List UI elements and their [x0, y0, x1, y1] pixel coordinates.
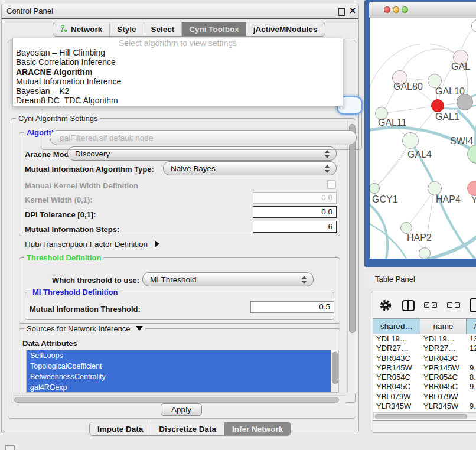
list-item[interactable]: gal4RGexp [27, 382, 331, 393]
mac-minimize-icon[interactable] [393, 6, 399, 13]
mac-close-icon[interactable] [384, 6, 390, 13]
table-cell: 13 [467, 334, 476, 344]
table-cell: YBR045C [373, 382, 420, 392]
network-node-label: GAL11 [378, 118, 407, 128]
table-row[interactable]: YDR27…YDR27…12 [373, 344, 476, 353]
scrollbar-thumb[interactable] [332, 352, 338, 384]
tab-label: Cyni Toolbox [189, 25, 239, 34]
mi-threshold-label: Mutual Information Threshold: [30, 305, 141, 314]
table-horizontal-scrollbar[interactable] [373, 412, 476, 419]
network-window-titlebar[interactable] [369, 2, 476, 18]
tab-label: Impute Data [97, 425, 143, 433]
list-item[interactable]: TopologicalCoefficient [27, 361, 331, 371]
scrollbar-thumb[interactable] [14, 397, 339, 403]
table-row[interactable]: YER054CYER054C8. [373, 373, 476, 382]
settings-horizontal-scrollbar[interactable] [13, 395, 346, 403]
mac-zoom-icon[interactable] [402, 6, 408, 13]
table-row[interactable]: YBR043CYBR043C [373, 354, 476, 363]
column-header-partial[interactable]: A [467, 319, 476, 334]
control-panel-titlebar[interactable]: Control Panel ✕ [2, 4, 358, 19]
column-header-shared-name[interactable]: shared… [373, 319, 420, 334]
table-row[interactable]: YLR345WYLR345W9. [373, 402, 476, 411]
tab-label: Select [151, 25, 175, 34]
mi-steps-label: Mutual Information Steps: [25, 225, 119, 234]
mi-threshold-input[interactable]: 0.5 [250, 301, 334, 313]
dropdown-item[interactable]: Dream8 DC_TDC Algorithm [13, 96, 343, 105]
apply-button[interactable]: Apply [161, 403, 202, 416]
kernel-width-input[interactable]: 0.0 [253, 192, 337, 204]
algorithm-dropdown-popup: Select algorithm to view settings Bayesi… [12, 38, 343, 106]
tab-label: jActiveMNodules [253, 25, 318, 34]
network-node-label: GAL1 [435, 112, 459, 122]
table-row[interactable]: YBR045CYBR045C9. [373, 382, 476, 392]
table-row[interactable]: YPR145WYPR145W9. [373, 363, 476, 373]
sources-expander[interactable]: Sources for Network Inference [24, 324, 145, 333]
data-attributes-list[interactable]: SelfLoops TopologicalCoefficient Between… [26, 350, 339, 393]
table-cell: YER054C [373, 373, 420, 382]
network-node-label: GAL [451, 61, 470, 72]
document-icon[interactable] [470, 298, 476, 312]
network-node-label: GCY1 [372, 194, 398, 205]
network-node[interactable] [428, 181, 442, 195]
list-scrollbar[interactable] [331, 351, 338, 392]
table-cell: YBR043C [373, 354, 420, 363]
dropdown-item[interactable]: Bayesian – K2 [13, 86, 343, 96]
network-node[interactable] [471, 19, 476, 32]
table-cell: YDL19… [420, 334, 467, 344]
scrollbar-thumb[interactable] [349, 124, 356, 333]
network-node-label: HAP2 [407, 233, 432, 243]
network-canvas[interactable]: GALGAL80GAL10GAL1GAL11SWI4GAL4GCY1HAP4YH… [370, 18, 476, 259]
mi-algorithm-type-combobox[interactable]: Naive Bayes [163, 161, 337, 175]
network-node[interactable] [400, 222, 412, 234]
tab-jactivemnodules[interactable]: jActiveMNodules [246, 22, 325, 36]
tab-cyni-toolbox[interactable]: Cyni Toolbox [182, 22, 246, 36]
dpi-tolerance-input[interactable]: 0.0 [253, 206, 337, 218]
dropdown-item[interactable]: Mutual Information Inference [13, 77, 343, 86]
table-panel-header[interactable]: Table Panel [364, 270, 476, 288]
network-node[interactable] [431, 99, 444, 112]
table-row[interactable]: YDL19…YDL19…13 [373, 334, 476, 344]
minimized-panel-icon[interactable] [5, 445, 15, 450]
dropdown-item[interactable]: Basic Correlation Inference [13, 57, 343, 67]
list-item[interactable]: SelfLoops [27, 350, 331, 361]
network-node[interactable] [457, 94, 473, 110]
dropdown-placeholder: Select algorithm to view settings [13, 38, 343, 48]
scrollbar-thumb[interactable] [375, 414, 467, 419]
network-node-label: GAL4 [407, 149, 432, 160]
dropdown-item[interactable]: Bayesian – Hill Climbing [13, 48, 343, 57]
close-icon[interactable]: ✕ [349, 6, 356, 15]
table-data-combobox[interactable]: galFiltered.sif default node [50, 130, 357, 145]
network-node[interactable] [467, 181, 476, 196]
column-header-name[interactable]: name [420, 319, 467, 334]
network-node[interactable] [419, 247, 431, 259]
columns-icon[interactable] [402, 300, 415, 311]
dpi-tolerance-label: DPI Tolerance [0,1]: [25, 210, 96, 219]
float-window-icon[interactable] [338, 8, 345, 16]
table-cell: YDL19… [373, 334, 420, 344]
tab-network[interactable]: Network [53, 22, 110, 36]
table-cell: 12 [467, 344, 476, 353]
settings-vertical-scrollbar[interactable] [347, 120, 356, 393]
hub-expander[interactable]: Hub/Transcription Factor Definition [25, 240, 159, 249]
list-item[interactable]: BetweennessCentrality [27, 371, 331, 382]
which-threshold-value: MI Threshold [150, 275, 197, 284]
hub-expander-label: Hub/Transcription Factor Definition [25, 240, 148, 249]
tab-style[interactable]: Style [110, 22, 144, 36]
tab-infer-network[interactable]: Infer Network [224, 422, 291, 435]
tab-discretize-data[interactable]: Discretize Data [151, 422, 224, 435]
table-row[interactable]: YBL079WYBL079W [373, 392, 476, 402]
network-node[interactable] [467, 145, 476, 164]
dropdown-item-selected[interactable]: ARACNE Algorithm [13, 67, 343, 77]
tab-impute-data[interactable]: Impute Data [90, 422, 151, 435]
which-threshold-combobox[interactable]: MI Threshold [142, 272, 314, 286]
tab-select[interactable]: Select [144, 22, 182, 36]
mi-steps-input[interactable]: 6 [253, 221, 337, 233]
network-node[interactable] [402, 132, 419, 149]
control-panel-window: Control Panel ✕ Network Style Select [1, 4, 359, 433]
gear-icon[interactable] [380, 299, 392, 314]
control-panel-tab-bar: Network Style Select Cyni Toolbox jActiv… [53, 22, 325, 37]
table-header-row: shared… name A [373, 319, 476, 334]
mi-algorithm-type-value: Naive Bayes [171, 164, 216, 173]
manual-kernel-checkbox[interactable] [327, 180, 336, 189]
network-node[interactable] [370, 183, 380, 194]
